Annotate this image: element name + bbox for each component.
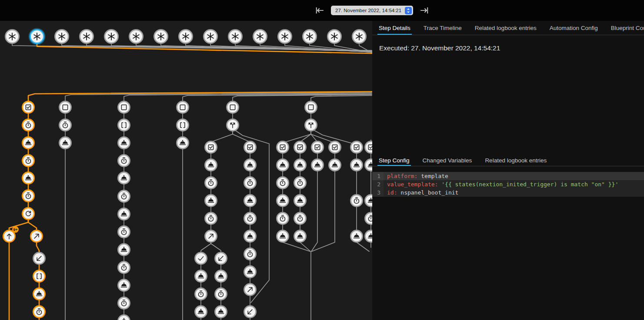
trigger-node[interactable] — [54, 29, 69, 44]
delay-node[interactable] — [276, 212, 289, 225]
template-node[interactable] — [176, 119, 189, 132]
jump-out-node[interactable] — [244, 283, 257, 296]
trigger-node[interactable] — [352, 29, 367, 44]
service-call-node[interactable] — [244, 265, 257, 278]
service-call-node[interactable] — [59, 136, 72, 149]
choose-node[interactable] — [226, 119, 239, 132]
tab-related-logbook-entries[interactable]: Related logbook entries — [468, 21, 543, 35]
service-call-node[interactable] — [214, 305, 227, 318]
service-call-node[interactable] — [294, 158, 307, 172]
delay-node[interactable] — [22, 189, 35, 202]
service-call-node[interactable] — [117, 279, 130, 292]
condition-node[interactable] — [204, 141, 217, 154]
service-call-node[interactable] — [276, 230, 289, 243]
jump-in-node[interactable] — [33, 252, 46, 265]
trigger-node[interactable] — [203, 29, 218, 44]
delay-node[interactable] — [244, 247, 257, 261]
delay-node[interactable] — [33, 305, 46, 318]
service-call-node[interactable] — [204, 194, 217, 207]
condition-node[interactable] — [364, 141, 372, 154]
template-node[interactable] — [117, 119, 130, 132]
tab-automation-config[interactable]: Automation Config — [543, 21, 604, 35]
service-call-node[interactable] — [176, 136, 189, 149]
jump-up-node[interactable]: 9+ — [3, 230, 16, 243]
config-tab-related-logbook-entries[interactable]: Related logbook entries — [478, 155, 553, 166]
config-tab-step-config[interactable]: Step Config — [372, 155, 416, 166]
delay-node[interactable] — [294, 212, 307, 225]
service-call-node[interactable] — [244, 230, 257, 243]
condition-node[interactable] — [328, 141, 341, 154]
service-call-node[interactable] — [364, 194, 372, 207]
service-call-node[interactable] — [350, 230, 363, 243]
config-tab-changed-variables[interactable]: Changed Variables — [416, 155, 479, 166]
delay-node[interactable] — [117, 225, 130, 238]
condition-node[interactable] — [176, 101, 189, 114]
service-call-node[interactable] — [276, 158, 289, 172]
service-call-node[interactable] — [22, 136, 35, 149]
next-run-button[interactable] — [419, 5, 430, 16]
jump-out-node[interactable] — [204, 230, 217, 243]
service-call-node[interactable] — [311, 158, 324, 172]
delay-node[interactable] — [22, 154, 35, 167]
service-call-node[interactable] — [294, 230, 307, 243]
trigger-node[interactable] — [129, 29, 143, 44]
condition-node[interactable] — [311, 141, 324, 154]
template-node[interactable] — [33, 270, 46, 283]
delay-node[interactable] — [117, 261, 130, 274]
service-call-node[interactable] — [194, 305, 207, 318]
service-call-node[interactable] — [204, 158, 217, 172]
service-call-node[interactable] — [117, 136, 130, 149]
delay-node[interactable] — [244, 212, 257, 225]
service-call-node[interactable] — [117, 208, 130, 221]
delay-node[interactable] — [194, 287, 207, 300]
service-call-node[interactable] — [294, 194, 307, 207]
trigger-node[interactable] — [327, 29, 342, 44]
delay-node[interactable] — [22, 119, 35, 132]
service-call-node[interactable] — [350, 158, 363, 172]
delay-node[interactable] — [350, 194, 363, 207]
run-date-select[interactable]: 27. November 2022, 14:54:21 — [331, 6, 413, 15]
service-call-node[interactable] — [364, 158, 372, 172]
condition-node[interactable] — [22, 101, 35, 114]
delay-node[interactable] — [294, 176, 307, 189]
condition-node[interactable] — [350, 141, 363, 154]
service-call-node[interactable] — [33, 287, 46, 300]
service-call-node[interactable] — [22, 172, 35, 185]
trigger-node[interactable] — [277, 29, 292, 44]
delay-node[interactable] — [117, 154, 130, 167]
trigger-node[interactable] — [253, 29, 267, 44]
service-call-node[interactable] — [117, 314, 130, 320]
delay-node[interactable] — [276, 176, 289, 189]
trigger-node[interactable] — [302, 29, 317, 44]
trigger-node[interactable] — [104, 29, 119, 44]
delay-node[interactable] — [117, 297, 130, 310]
previous-run-button[interactable] — [314, 5, 325, 16]
condition-node[interactable] — [226, 101, 239, 114]
delay-node[interactable] — [59, 119, 72, 132]
delay-node[interactable] — [204, 212, 217, 225]
trigger-node[interactable] — [228, 29, 243, 44]
jump-in-node[interactable] — [244, 305, 257, 318]
service-call-node[interactable] — [244, 158, 257, 172]
tab-step-details[interactable]: Step Details — [372, 21, 417, 35]
trigger-node[interactable] — [5, 29, 20, 44]
tab-trace-timeline[interactable]: Trace Timeline — [417, 21, 468, 35]
service-call-node[interactable] — [194, 270, 207, 283]
delay-node[interactable] — [244, 176, 257, 189]
condition-node[interactable] — [304, 101, 317, 114]
trigger-node[interactable] — [153, 29, 168, 44]
trigger-node[interactable] — [30, 29, 44, 44]
service-call-node[interactable] — [364, 230, 372, 243]
trigger-node[interactable] — [178, 29, 193, 44]
choose-node[interactable] — [304, 119, 317, 132]
repeat-node[interactable] — [22, 207, 35, 220]
service-call-node[interactable] — [276, 194, 289, 207]
condition-node[interactable] — [59, 101, 72, 114]
delay-node[interactable] — [214, 287, 227, 300]
service-call-node[interactable] — [328, 158, 341, 172]
trigger-node[interactable] — [79, 29, 94, 44]
condition-node[interactable] — [276, 141, 289, 154]
tab-blueprint-config[interactable]: Blueprint Config — [604, 21, 644, 35]
service-call-node[interactable] — [117, 172, 130, 185]
jump-out-node[interactable] — [30, 230, 43, 243]
